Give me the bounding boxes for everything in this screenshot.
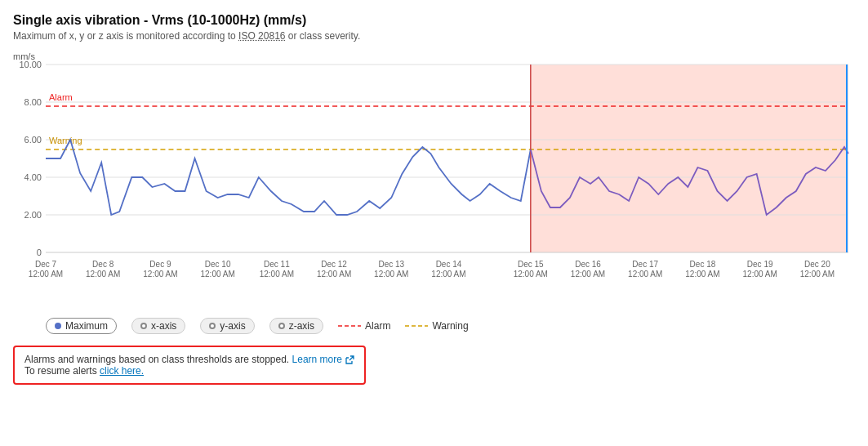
svg-text:12:00 AM: 12:00 AM [514, 270, 548, 279]
svg-text:12:00 AM: 12:00 AM [571, 270, 605, 279]
svg-text:0: 0 [37, 248, 42, 257]
svg-text:Dec 12: Dec 12 [321, 260, 347, 269]
chart-area: mm/s 0 2.00 4.00 6.0 [13, 51, 855, 313]
svg-text:12:00 AM: 12:00 AM [374, 270, 408, 279]
legend-maximum[interactable]: Maximum [46, 318, 117, 334]
click-here-link[interactable]: click here. [100, 365, 144, 377]
svg-text:8.00: 8.00 [24, 97, 42, 107]
svg-text:12:00 AM: 12:00 AM [800, 270, 835, 279]
svg-text:2.00: 2.00 [24, 210, 42, 220]
svg-text:12:00 AM: 12:00 AM [143, 270, 177, 279]
svg-text:Dec 18: Dec 18 [690, 260, 716, 269]
xaxis-dot [140, 323, 147, 329]
svg-text:Dec 16: Dec 16 [575, 260, 601, 269]
svg-text:4.00: 4.00 [24, 172, 42, 182]
svg-text:6.00: 6.00 [24, 135, 42, 145]
legend-warning: Warning [405, 320, 468, 332]
chart-svg: 0 2.00 4.00 6.00 8.00 10.00 Alarm Warnin… [46, 65, 848, 280]
legend-alarm: Alarm [338, 320, 390, 332]
legend-yaxis[interactable]: y-axis [200, 318, 254, 334]
svg-text:Dec 15: Dec 15 [518, 260, 544, 269]
svg-text:10.00: 10.00 [19, 60, 42, 69]
svg-text:12:00 AM: 12:00 AM [86, 270, 120, 279]
svg-text:Dec 17: Dec 17 [632, 260, 658, 269]
warning-legend-line [405, 322, 428, 330]
legend-zaxis[interactable]: z-axis [269, 318, 323, 334]
svg-text:Dec 11: Dec 11 [264, 260, 290, 269]
notice-line2: To resume alerts click here. [24, 365, 354, 377]
svg-text:12:00 AM: 12:00 AM [685, 270, 719, 279]
maximum-dot [55, 323, 61, 329]
chart-inner: 0 2.00 4.00 6.00 8.00 10.00 Alarm Warnin… [46, 65, 848, 280]
svg-text:12:00 AM: 12:00 AM [628, 270, 662, 279]
warning-text: Warning [49, 136, 82, 145]
svg-text:12:00 AM: 12:00 AM [200, 270, 234, 279]
svg-text:Dec 20: Dec 20 [804, 260, 830, 269]
svg-text:Dec 14: Dec 14 [436, 260, 462, 269]
notice-line1: Alarms and warnings based on class thres… [24, 354, 354, 365]
notice-box: Alarms and warnings based on class thres… [13, 346, 366, 385]
svg-text:Dec 8: Dec 8 [92, 260, 114, 269]
svg-text:Dec 13: Dec 13 [378, 260, 404, 269]
alarm-text: Alarm [49, 92, 73, 102]
legend-zaxis-label: z-axis [289, 320, 314, 332]
iso-link[interactable]: ISO 20816 [238, 30, 285, 42]
legend-maximum-label: Maximum [65, 320, 108, 332]
svg-text:12:00 AM: 12:00 AM [29, 270, 63, 279]
alarm-region [531, 65, 848, 252]
svg-text:12:00 AM: 12:00 AM [260, 270, 294, 279]
legend-warning-label: Warning [432, 320, 468, 332]
page-subtitle: Maximum of x, y or z axis is monitored a… [13, 30, 855, 42]
svg-text:Dec 7: Dec 7 [35, 260, 57, 269]
svg-text:Dec 9: Dec 9 [149, 260, 171, 269]
svg-text:Dec 10: Dec 10 [205, 260, 231, 269]
page-title: Single axis vibration - Vrms (10-1000Hz)… [13, 13, 855, 28]
zaxis-dot [278, 323, 285, 329]
external-link-icon [345, 355, 354, 365]
learn-more-link[interactable]: Learn more [292, 354, 342, 365]
svg-text:12:00 AM: 12:00 AM [431, 270, 465, 279]
svg-text:Dec 19: Dec 19 [747, 260, 773, 269]
legend-yaxis-label: y-axis [220, 320, 245, 332]
yaxis-dot [209, 323, 216, 329]
legend-xaxis-label: x-axis [151, 320, 176, 332]
svg-text:12:00 AM: 12:00 AM [317, 270, 351, 279]
legend-xaxis[interactable]: x-axis [131, 318, 185, 334]
legend-area: Maximum x-axis y-axis z-axis Alarm Warni… [13, 318, 855, 334]
alarm-legend-line [338, 322, 361, 330]
svg-text:12:00 AM: 12:00 AM [743, 270, 777, 279]
legend-alarm-label: Alarm [365, 320, 390, 332]
